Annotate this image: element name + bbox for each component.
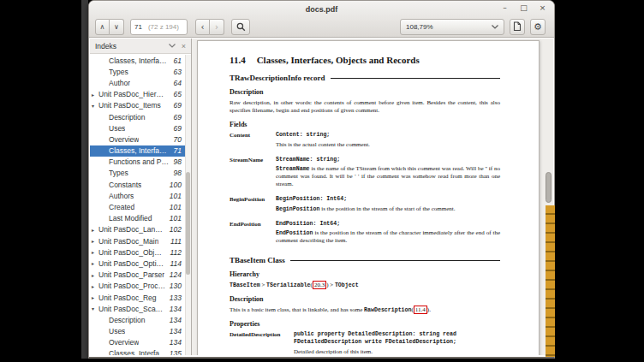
field-declaration: BeginPosition: Int64; [276, 196, 500, 204]
search-button[interactable] [231, 19, 250, 35]
field-declaration: EndPosition: Int64; [276, 221, 500, 228]
heading-rule [331, 78, 500, 79]
expander-icon[interactable]: ▸ [92, 272, 98, 278]
index-item[interactable]: Author64 [90, 77, 191, 88]
expander-icon[interactable]: ▾ [92, 306, 98, 312]
expander-icon[interactable]: ▸ [92, 238, 98, 244]
window-controls: – □ × [501, 3, 546, 12]
index-item[interactable]: Types98 [90, 168, 191, 179]
index-item[interactable]: ▸Unit PasDoc_Hier…65 [90, 89, 191, 100]
sidebar-header: Indeks × [90, 39, 191, 54]
expander-icon[interactable]: ▾ [92, 103, 98, 109]
fields-heading: Fields [230, 121, 500, 128]
property-declaration-line: public property DetailedDescription: str… [294, 331, 540, 339]
history-nav-group: ‹ › [195, 19, 224, 35]
index-item-selected[interactable]: Classes, Interfa…71 [90, 145, 191, 157]
index-item[interactable]: ▸Unit PasDoc_Opti…114 [90, 258, 191, 269]
expander-icon[interactable]: ▸ [92, 227, 98, 233]
background-window-sliver [81, 0, 88, 359]
section-heading: 11.4 Classes, Interfaces, Objects and Re… [230, 55, 500, 65]
field-row: Content Content: string; This is the act… [230, 132, 500, 152]
index-item[interactable]: ▸Unit PasDoc_Obj…112 [90, 246, 191, 258]
previous-page-button[interactable]: ∧ [95, 19, 110, 35]
cross-reference-link[interactable]: 11.4 [414, 306, 427, 314]
expander-icon[interactable]: ▸ [92, 260, 98, 266]
background-orange-strip [546, 205, 555, 357]
index-item[interactable]: ▾Unit PasDoc_Sca…134 [90, 303, 191, 314]
index-item[interactable]: ▸Unit PasDoc_Parser124 [90, 270, 191, 281]
toolbar: ∧ ∨ 71 (72 z 194) ‹ › 10 [89, 15, 554, 38]
pdf-page[interactable]: 11.4 Classes, Interfaces, Objects and Re… [197, 40, 540, 355]
expander-icon[interactable]: ▸ [92, 249, 98, 255]
headerbar: docs.pdf – □ × ∧ ∨ 71 (72 z 194) ‹ [89, 1, 554, 38]
page-number-input[interactable]: 71 (72 z 194) [130, 19, 188, 35]
index-item[interactable]: Overview134 [90, 337, 191, 348]
description-heading: Description [230, 88, 500, 96]
close-button[interactable]: × [539, 3, 546, 12]
document-content: 11.4 Classes, Interfaces, Objects and Re… [198, 41, 539, 355]
index-item[interactable]: ▾Unit PasDoc_Items69 [90, 100, 191, 111]
pdf-viewer-window: docs.pdf – □ × ∧ ∨ 71 (72 z 194) ‹ [88, 0, 555, 359]
hierarchy-heading: Hierarchy [230, 270, 500, 278]
next-page-button[interactable]: ∨ [110, 19, 124, 35]
index-item[interactable]: Authors101 [90, 190, 191, 201]
index-item[interactable]: Description134 [90, 314, 191, 325]
sidebar-scrollbar-thumb[interactable] [186, 172, 190, 275]
index-item[interactable]: Constants100 [90, 179, 191, 190]
index-item[interactable]: ▸Unit PasDoc_Proc…130 [90, 281, 191, 292]
page-icon [513, 21, 522, 32]
index-item[interactable]: Uses69 [90, 122, 191, 134]
property-row: DetailedDescription public property Deta… [230, 331, 500, 355]
index-item[interactable]: ▸Unit PasDoc_Main111 [90, 235, 191, 246]
index-item[interactable]: Types63 [90, 66, 191, 77]
index-item[interactable]: Classes, Interfa…61 [90, 55, 191, 66]
field-declaration: Content: string; [276, 132, 500, 139]
window-title: docs.pdf [89, 3, 554, 14]
titlebar[interactable]: docs.pdf – □ × [89, 1, 554, 15]
description-heading: Description [230, 295, 500, 303]
menu-button[interactable]: ⚙ [530, 19, 546, 35]
history-back-button[interactable]: ‹ [195, 19, 210, 35]
chevron-down-icon[interactable] [169, 44, 176, 48]
gear-icon: ⚙ [534, 22, 542, 32]
field-row: StreamName StreamName: string; StreamNam… [230, 157, 500, 193]
zoom-level-select[interactable]: 108,79% [400, 19, 504, 35]
index-item[interactable]: ▸Unit PasDoc_Reg133 [90, 292, 191, 303]
index-item[interactable]: Created101 [90, 201, 191, 212]
zoom-level-value: 108,79% [406, 23, 433, 31]
index-item[interactable]: Classes, Interfa…135 [90, 348, 191, 355]
properties-heading: Properties [230, 320, 500, 328]
field-declaration: StreamName: string; [276, 157, 500, 164]
index-item[interactable]: ▸Unit PasDoc_Lan…102 [90, 224, 191, 235]
chevron-down-icon [492, 25, 498, 29]
document-scrollbar-thumb[interactable] [546, 172, 552, 203]
index-item[interactable]: Overview70 [90, 134, 191, 145]
sidebar-close-icon[interactable]: × [182, 42, 186, 50]
index-item[interactable]: Uses134 [90, 326, 191, 337]
desktop-background: docs.pdf – □ × ∧ ∨ 71 (72 z 194) ‹ [0, 0, 644, 362]
heading-rule [290, 260, 500, 261]
record-description: Raw description, in other words: the con… [230, 99, 500, 115]
minimize-button[interactable]: – [501, 3, 509, 12]
class-description: This is a basic item class, that is link… [230, 306, 500, 314]
index-item[interactable]: Functions and P…98 [90, 157, 191, 168]
cross-reference-link[interactable]: 20.3 [313, 281, 326, 289]
index-item[interactable]: Last Modified101 [90, 213, 191, 224]
index-item[interactable]: Description69 [90, 111, 191, 122]
history-forward-button[interactable]: › [210, 19, 224, 35]
expander-icon[interactable]: ▸ [92, 283, 98, 289]
page-view-mode-button[interactable] [510, 19, 525, 35]
field-row: BeginPosition BeginPosition: Int64; Begi… [230, 196, 500, 217]
field-row: EndPosition EndPosition: Int64; EndPosit… [230, 221, 500, 249]
search-icon [236, 22, 246, 32]
section-title: Classes, Interfaces, Objects and Records [257, 55, 420, 65]
maximize-button[interactable]: □ [520, 3, 528, 12]
property-declaration-line: FDetailedDescription write FDetailedDesc… [294, 339, 540, 347]
record-heading: TRawDescriptionInfo record [230, 74, 500, 82]
expander-icon[interactable]: ▸ [92, 92, 98, 98]
index-list: Classes, Interfa…61 Types63 Author64 ▸Un… [90, 54, 191, 355]
page-number-value: 71 [134, 23, 142, 31]
expander-icon[interactable]: ▸ [92, 294, 98, 300]
sidebar-pane-selector[interactable]: Indeks [95, 42, 169, 50]
window-body: Indeks × Classes, Interfa…61 Types63 Aut… [90, 39, 553, 355]
